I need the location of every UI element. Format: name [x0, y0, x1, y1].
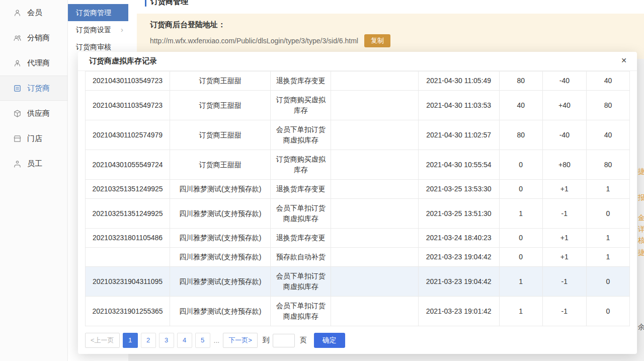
- table-cell: [331, 229, 418, 248]
- table-cell: -1: [542, 199, 586, 229]
- sidebar-item-supplier[interactable]: 供应商: [0, 101, 67, 126]
- table-cell: [331, 150, 418, 180]
- table-cell: 2021-04-30 11:02:57: [418, 120, 499, 150]
- table-cell: 2021-04-30 11:05:49: [418, 71, 499, 91]
- submenu-item-0[interactable]: 订货商管理: [68, 4, 128, 21]
- goto-page-input[interactable]: [273, 334, 295, 347]
- page-button-2[interactable]: 2: [141, 333, 156, 348]
- table-cell: 订货商王甜甜: [170, 71, 271, 91]
- modal-title: 订货商虚拟库存记录: [89, 56, 157, 65]
- page-header: 订货商管理: [145, 0, 188, 7]
- page-button-5[interactable]: 5: [195, 333, 210, 348]
- edge-text-fragment: 捷: [638, 248, 644, 257]
- table-cell: 2021-03-25 13:53:30: [418, 180, 499, 199]
- prev-page-button[interactable]: <上一页: [85, 333, 120, 348]
- sidebar-item-staff[interactable]: 员工: [0, 151, 67, 176]
- records-table: 202104301103549723订货商王甜甜退换货库存变更2021-04-3…: [85, 71, 630, 326]
- table-cell: 订货商购买虚拟库存: [271, 91, 331, 120]
- table-cell: 1: [586, 248, 629, 267]
- table-cell: 0: [499, 248, 542, 267]
- title-accent-bar: [145, 0, 146, 7]
- page-button-3[interactable]: 3: [159, 333, 174, 348]
- goto-suffix-label: 页: [300, 336, 307, 345]
- edge-text-fragment: 金: [638, 213, 644, 223]
- table-cell: 四川雅梦测试(支持预存款): [170, 199, 271, 229]
- page-button-4[interactable]: 4: [177, 333, 192, 348]
- table-cell: 四川雅梦测试(支持预存款): [170, 180, 271, 199]
- submenu-item-label: 订货商管理: [76, 9, 111, 17]
- table-cell: 40: [586, 120, 629, 150]
- table-cell: 0: [586, 297, 629, 326]
- table-cell: 2021-03-23 19:01:42: [418, 297, 499, 326]
- table-cell: 订货商购买虚拟库存: [271, 150, 331, 180]
- sidebar-item-agent[interactable]: 代理商: [0, 50, 67, 76]
- table-row: 202104301055549724订货商王甜甜订货商购买虚拟库存2021-04…: [86, 150, 630, 180]
- table-cell: 会员下单扣订货商虚拟库存: [271, 120, 331, 150]
- table-cell: 202104301103549723: [86, 71, 170, 91]
- distributor-icon: [13, 34, 22, 42]
- sidebar-item-store[interactable]: 门店: [0, 126, 67, 151]
- table-cell: 0: [586, 267, 629, 297]
- page-button-1[interactable]: 1: [123, 333, 138, 348]
- sidebar-item-orderer[interactable]: 订货商: [0, 76, 67, 101]
- table-cell: 订货商王甜甜: [170, 91, 271, 120]
- table-cell: 202104301103549723: [86, 91, 170, 120]
- table-cell: 0: [586, 199, 629, 229]
- login-address-label: 订货商后台登陆地址：: [150, 20, 631, 30]
- staff-icon: [13, 160, 22, 168]
- member-icon: [13, 9, 22, 17]
- table-cell: 会员下单扣订货商虚拟库存: [271, 297, 331, 326]
- submenu-item-label: 订货商设置: [76, 26, 111, 34]
- sidebar-item-label: 门店: [27, 134, 42, 143]
- table-cell: 1: [586, 180, 629, 199]
- modal-header: 订货商虚拟库存记录 ✕: [78, 52, 637, 71]
- login-url: http://m.wfx.wxfenxiao.com/Public/dlsLog…: [150, 37, 358, 45]
- virtual-stock-modal: 订货商虚拟库存记录 ✕ 202104301103549723订货商王甜甜退换货库…: [78, 52, 637, 354]
- copy-button[interactable]: 复制: [364, 34, 390, 47]
- sidebar-item-distributor[interactable]: 分销商: [0, 25, 67, 50]
- table-row: 202104301103549723订货商王甜甜退换货库存变更2021-04-3…: [86, 71, 630, 91]
- table-cell: 80: [499, 71, 542, 91]
- table-cell: 202104301055549724: [86, 150, 170, 180]
- table-cell: 202103251351249925: [86, 199, 170, 229]
- table-cell: [331, 180, 418, 199]
- table-cell: 1: [586, 229, 629, 248]
- table-cell: 40: [499, 91, 542, 120]
- close-icon[interactable]: ✕: [621, 56, 627, 64]
- table-cell: 四川雅梦测试(支持预存款): [170, 297, 271, 326]
- table-cell: 2021-03-24 18:40:23: [418, 229, 499, 248]
- table-cell: 202104301102574979: [86, 120, 170, 150]
- edge-text-fragment: 核: [638, 236, 644, 245]
- edge-text-fragment: 余: [638, 323, 644, 332]
- table-cell: [331, 248, 418, 267]
- table-row: 四川雅梦测试(支持预存款)预存款自动补货2021-03-23 19:04:420…: [86, 248, 630, 267]
- table-cell: 202103231901255365: [86, 297, 170, 326]
- table-cell: [331, 267, 418, 297]
- confirm-button[interactable]: 确定: [314, 333, 345, 348]
- table-cell: 0: [499, 150, 542, 180]
- sidebar-item-label: 会员: [27, 8, 42, 18]
- table-cell: [86, 248, 170, 267]
- table-cell: 四川雅梦测试(支持预存款): [170, 248, 271, 267]
- table-row: 202104301103549723订货商王甜甜订货商购买虚拟库存2021-04…: [86, 91, 630, 120]
- table-cell: +1: [542, 229, 586, 248]
- sidebar-item-label: 分销商: [27, 33, 50, 43]
- table-cell: -40: [542, 120, 586, 150]
- submenu-item-1[interactable]: 订货商设置›: [68, 21, 128, 38]
- next-page-button[interactable]: 下一页>: [223, 333, 258, 348]
- table-row: 202103231901255365四川雅梦测试(支持预存款)会员下单扣订货商虚…: [86, 297, 630, 326]
- table-cell: 80: [586, 91, 629, 120]
- table-row: 202103231801105486四川雅梦测试(支持预存款)退换货库存变更20…: [86, 229, 630, 248]
- table-cell: 202103231801105486: [86, 229, 170, 248]
- table-cell: -1: [542, 297, 586, 326]
- table-cell: 1: [499, 267, 542, 297]
- submenu-item-label: 订货商审核: [76, 43, 111, 51]
- table-cell: 40: [586, 71, 629, 91]
- supplier-icon: [13, 109, 22, 118]
- goto-prefix-label: 到: [263, 336, 270, 345]
- sidebar-item-member[interactable]: 会员: [0, 0, 67, 25]
- primary-sidebar: 会员分销商代理商订货商供应商门店员工: [0, 0, 68, 361]
- table-cell: 2021-03-23 19:04:42: [418, 267, 499, 297]
- table-cell: 退换货库存变更: [271, 180, 331, 199]
- table-cell: 退换货库存变更: [271, 71, 331, 91]
